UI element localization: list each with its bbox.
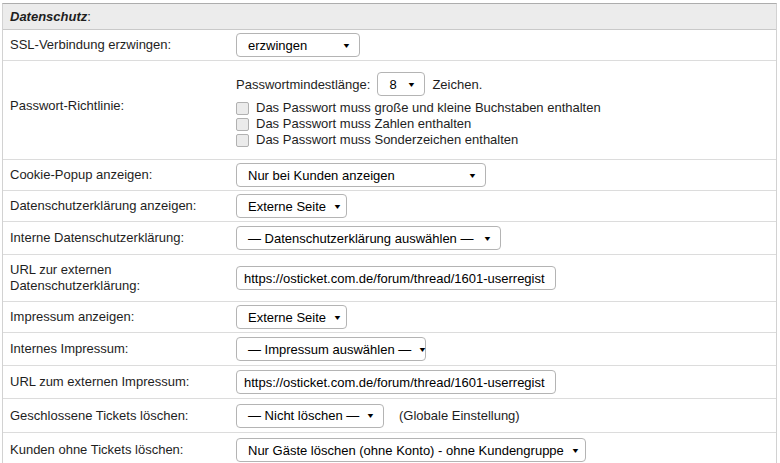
- row-delete-closed-tickets: Geschlossene Tickets löschen: — Nicht lö…: [3, 399, 776, 433]
- chevron-down-icon: ▼: [366, 412, 375, 419]
- checkbox-label: Das Passwort muss Zahlen enthalten: [256, 116, 471, 132]
- checkbox-label: Das Passwort muss Sonderzeichen enthalte…: [256, 132, 518, 148]
- cookie-popup-label: Cookie-Popup anzeigen:: [3, 165, 233, 185]
- ssl-select[interactable]: erzwingen ▼: [236, 33, 360, 57]
- imprint-url-label: URL zum externen Impressum:: [3, 372, 233, 392]
- checkbox-row: Das Passwort muss Sonderzeichen enthalte…: [236, 132, 518, 148]
- select-value: erzwingen: [248, 38, 307, 53]
- checkbox-numbers[interactable]: [236, 118, 249, 131]
- row-imprint-display: Impressum anzeigen: Externe Seite ▼: [3, 302, 776, 333]
- privacy-display-select[interactable]: Externe Seite ▼: [236, 194, 347, 218]
- checkbox-special-chars[interactable]: [236, 134, 249, 147]
- row-privacy-internal: Interne Datenschutzerklärung: — Datensch…: [3, 222, 776, 255]
- imprint-url-input[interactable]: [236, 370, 556, 394]
- delete-customers-select[interactable]: Nur Gäste löschen (ohne Konto) - ohne Ku…: [236, 438, 586, 462]
- privacy-url-input[interactable]: [236, 266, 556, 290]
- chevron-down-icon: ▼: [571, 447, 580, 454]
- minlength-label: Passwortmindestlänge:: [236, 77, 370, 92]
- privacy-url-label: URL zur externen Datenschutzerklärung:: [3, 260, 233, 296]
- privacy-display-label: Datenschutzerklärung anzeigen:: [3, 196, 233, 216]
- select-value: Externe Seite: [248, 199, 326, 214]
- minlength-suffix: Zeichen.: [432, 77, 482, 92]
- section-title: Datenschutz: [10, 9, 87, 24]
- section-header: Datenschutz:: [3, 4, 776, 30]
- password-minlength-line: Passwortmindestlänge: 8 ▼ Zeichen.: [236, 71, 482, 97]
- row-imprint-internal: Internes Impressum: — Impressum auswähle…: [3, 333, 776, 366]
- chevron-down-icon: ▼: [407, 81, 416, 88]
- chevron-down-icon: ▼: [418, 346, 427, 353]
- checkbox-uppercase-lowercase[interactable]: [236, 102, 249, 115]
- row-privacy-display: Datenschutzerklärung anzeigen: Externe S…: [3, 191, 776, 222]
- imprint-internal-select[interactable]: — Impressum auswählen — ▼: [236, 337, 426, 361]
- row-delete-customers: Kunden ohne Tickets löschen: Nur Gäste l…: [3, 433, 776, 463]
- select-value: — Impressum auswählen —: [248, 342, 411, 357]
- imprint-internal-label: Internes Impressum:: [3, 339, 233, 359]
- delete-closed-select[interactable]: — Nicht löschen — ▼: [236, 404, 384, 428]
- delete-closed-label: Geschlossene Tickets löschen:: [3, 406, 233, 426]
- chevron-down-icon: ▼: [483, 235, 492, 242]
- cookie-popup-select[interactable]: Nur bei Kunden anzeigen ▼: [236, 163, 486, 187]
- imprint-display-label: Impressum anzeigen:: [3, 307, 233, 327]
- chevron-down-icon: ▼: [333, 314, 342, 321]
- select-value: Nur bei Kunden anzeigen: [248, 168, 395, 183]
- privacy-internal-label: Interne Datenschutzerklärung:: [3, 228, 233, 248]
- select-value: — Datenschutzerklärung auswählen —: [248, 231, 473, 246]
- privacy-settings-panel: Datenschutz: SSL-Verbindung erzwingen: e…: [2, 3, 777, 463]
- select-value: 8: [389, 77, 396, 92]
- password-policy-label: Passwort-Richtlinie:: [3, 68, 233, 116]
- select-value: — Nicht löschen —: [248, 408, 359, 423]
- global-setting-note: (Globale Einstellung): [399, 408, 520, 423]
- row-ssl: SSL-Verbindung erzwingen: erzwingen ▼: [3, 30, 776, 61]
- section-title-colon: :: [87, 9, 91, 24]
- checkbox-label: Das Passwort muss große und kleine Buchs…: [256, 100, 601, 116]
- row-cookie-popup: Cookie-Popup anzeigen: Nur bei Kunden an…: [3, 160, 776, 191]
- row-password-policy: Passwort-Richtlinie: Passwortmindestläng…: [3, 61, 776, 160]
- privacy-internal-select[interactable]: — Datenschutzerklärung auswählen — ▼: [236, 226, 501, 250]
- minlength-select[interactable]: 8 ▼: [377, 72, 425, 96]
- row-imprint-url: URL zum externen Impressum:: [3, 366, 776, 399]
- checkbox-row: Das Passwort muss große und kleine Buchs…: [236, 100, 601, 116]
- row-privacy-url: URL zur externen Datenschutzerklärung:: [3, 255, 776, 302]
- select-value: Externe Seite: [248, 310, 326, 325]
- chevron-down-icon: ▼: [468, 172, 477, 179]
- imprint-display-select[interactable]: Externe Seite ▼: [236, 305, 347, 329]
- checkbox-row: Das Passwort muss Zahlen enthalten: [236, 116, 471, 132]
- chevron-down-icon: ▼: [333, 203, 342, 210]
- chevron-down-icon: ▼: [342, 42, 351, 49]
- delete-customers-label: Kunden ohne Tickets löschen:: [3, 440, 233, 460]
- ssl-label: SSL-Verbindung erzwingen:: [3, 35, 233, 55]
- select-value: Nur Gäste löschen (ohne Konto) - ohne Ku…: [248, 443, 564, 458]
